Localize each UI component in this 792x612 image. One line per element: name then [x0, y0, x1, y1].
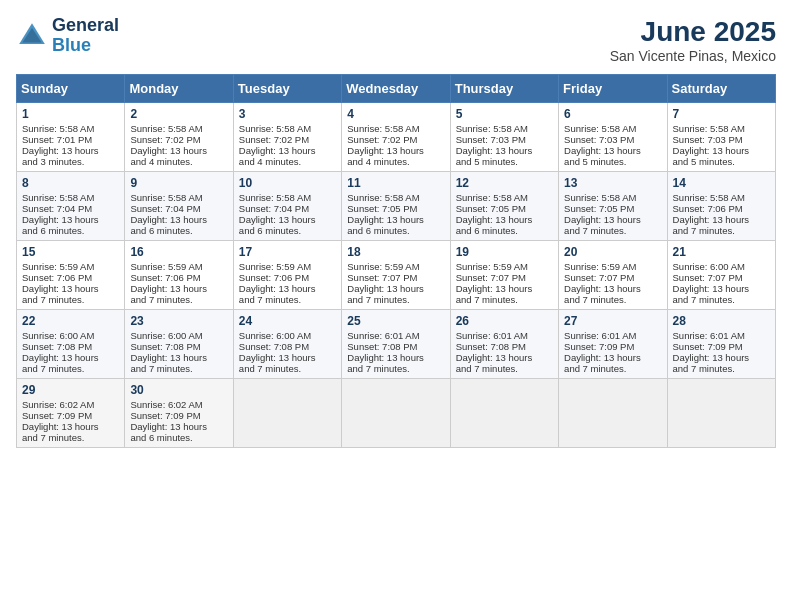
day-number: 20	[564, 245, 661, 259]
day-number: 10	[239, 176, 336, 190]
weekday-header: Saturday	[667, 75, 775, 103]
day-info: Sunrise: 5:58 AMSunset: 7:05 PMDaylight:…	[564, 192, 641, 236]
calendar-cell: 17Sunrise: 5:59 AMSunset: 7:06 PMDayligh…	[233, 241, 341, 310]
day-number: 1	[22, 107, 119, 121]
day-info: Sunrise: 6:01 AMSunset: 7:09 PMDaylight:…	[564, 330, 641, 374]
calendar-cell: 1Sunrise: 5:58 AMSunset: 7:01 PMDaylight…	[17, 103, 125, 172]
day-info: Sunrise: 5:58 AMSunset: 7:06 PMDaylight:…	[673, 192, 750, 236]
calendar-cell: 24Sunrise: 6:00 AMSunset: 7:08 PMDayligh…	[233, 310, 341, 379]
day-info: Sunrise: 5:59 AMSunset: 7:07 PMDaylight:…	[456, 261, 533, 305]
day-number: 3	[239, 107, 336, 121]
calendar-cell: 28Sunrise: 6:01 AMSunset: 7:09 PMDayligh…	[667, 310, 775, 379]
month-year-title: June 2025	[610, 16, 776, 48]
calendar-week-row: 8Sunrise: 5:58 AMSunset: 7:04 PMDaylight…	[17, 172, 776, 241]
day-number: 27	[564, 314, 661, 328]
calendar-cell: 19Sunrise: 5:59 AMSunset: 7:07 PMDayligh…	[450, 241, 558, 310]
day-info: Sunrise: 5:58 AMSunset: 7:04 PMDaylight:…	[239, 192, 316, 236]
weekday-header: Wednesday	[342, 75, 450, 103]
day-info: Sunrise: 6:00 AMSunset: 7:08 PMDaylight:…	[22, 330, 99, 374]
calendar-week-row: 29Sunrise: 6:02 AMSunset: 7:09 PMDayligh…	[17, 379, 776, 448]
day-number: 18	[347, 245, 444, 259]
calendar-week-row: 15Sunrise: 5:59 AMSunset: 7:06 PMDayligh…	[17, 241, 776, 310]
day-info: Sunrise: 5:59 AMSunset: 7:07 PMDaylight:…	[347, 261, 424, 305]
day-number: 30	[130, 383, 227, 397]
calendar-cell: 29Sunrise: 6:02 AMSunset: 7:09 PMDayligh…	[17, 379, 125, 448]
calendar-cell	[342, 379, 450, 448]
day-number: 9	[130, 176, 227, 190]
day-number: 11	[347, 176, 444, 190]
day-info: Sunrise: 6:02 AMSunset: 7:09 PMDaylight:…	[22, 399, 99, 443]
day-info: Sunrise: 5:59 AMSunset: 7:06 PMDaylight:…	[22, 261, 99, 305]
day-info: Sunrise: 5:58 AMSunset: 7:05 PMDaylight:…	[347, 192, 424, 236]
calendar-cell	[450, 379, 558, 448]
calendar-cell	[233, 379, 341, 448]
calendar-cell: 8Sunrise: 5:58 AMSunset: 7:04 PMDaylight…	[17, 172, 125, 241]
day-info: Sunrise: 6:02 AMSunset: 7:09 PMDaylight:…	[130, 399, 207, 443]
calendar-cell: 22Sunrise: 6:00 AMSunset: 7:08 PMDayligh…	[17, 310, 125, 379]
calendar-cell: 21Sunrise: 6:00 AMSunset: 7:07 PMDayligh…	[667, 241, 775, 310]
day-number: 17	[239, 245, 336, 259]
day-number: 14	[673, 176, 770, 190]
calendar-cell: 4Sunrise: 5:58 AMSunset: 7:02 PMDaylight…	[342, 103, 450, 172]
weekday-header: Sunday	[17, 75, 125, 103]
day-number: 21	[673, 245, 770, 259]
calendar-table: SundayMondayTuesdayWednesdayThursdayFrid…	[16, 74, 776, 448]
calendar-cell: 16Sunrise: 5:59 AMSunset: 7:06 PMDayligh…	[125, 241, 233, 310]
calendar-cell: 14Sunrise: 5:58 AMSunset: 7:06 PMDayligh…	[667, 172, 775, 241]
day-number: 19	[456, 245, 553, 259]
calendar-cell: 13Sunrise: 5:58 AMSunset: 7:05 PMDayligh…	[559, 172, 667, 241]
calendar-cell: 12Sunrise: 5:58 AMSunset: 7:05 PMDayligh…	[450, 172, 558, 241]
logo: General Blue	[16, 16, 119, 56]
calendar-week-row: 1Sunrise: 5:58 AMSunset: 7:01 PMDaylight…	[17, 103, 776, 172]
day-info: Sunrise: 5:58 AMSunset: 7:05 PMDaylight:…	[456, 192, 533, 236]
day-info: Sunrise: 5:58 AMSunset: 7:02 PMDaylight:…	[239, 123, 316, 167]
calendar-cell: 10Sunrise: 5:58 AMSunset: 7:04 PMDayligh…	[233, 172, 341, 241]
calendar-cell	[667, 379, 775, 448]
day-number: 5	[456, 107, 553, 121]
calendar-cell: 26Sunrise: 6:01 AMSunset: 7:08 PMDayligh…	[450, 310, 558, 379]
calendar-week-row: 22Sunrise: 6:00 AMSunset: 7:08 PMDayligh…	[17, 310, 776, 379]
day-number: 16	[130, 245, 227, 259]
day-info: Sunrise: 6:00 AMSunset: 7:08 PMDaylight:…	[130, 330, 207, 374]
weekday-header: Monday	[125, 75, 233, 103]
calendar-cell: 2Sunrise: 5:58 AMSunset: 7:02 PMDaylight…	[125, 103, 233, 172]
page-header: General Blue June 2025 San Vicente Pinas…	[16, 16, 776, 64]
calendar-cell: 27Sunrise: 6:01 AMSunset: 7:09 PMDayligh…	[559, 310, 667, 379]
weekday-header-row: SundayMondayTuesdayWednesdayThursdayFrid…	[17, 75, 776, 103]
calendar-cell: 3Sunrise: 5:58 AMSunset: 7:02 PMDaylight…	[233, 103, 341, 172]
day-number: 13	[564, 176, 661, 190]
calendar-cell	[559, 379, 667, 448]
day-info: Sunrise: 6:00 AMSunset: 7:07 PMDaylight:…	[673, 261, 750, 305]
day-number: 4	[347, 107, 444, 121]
day-number: 29	[22, 383, 119, 397]
logo-text: General Blue	[52, 16, 119, 56]
calendar-cell: 30Sunrise: 6:02 AMSunset: 7:09 PMDayligh…	[125, 379, 233, 448]
day-info: Sunrise: 6:00 AMSunset: 7:08 PMDaylight:…	[239, 330, 316, 374]
day-number: 25	[347, 314, 444, 328]
day-info: Sunrise: 6:01 AMSunset: 7:08 PMDaylight:…	[456, 330, 533, 374]
location-subtitle: San Vicente Pinas, Mexico	[610, 48, 776, 64]
day-number: 6	[564, 107, 661, 121]
day-info: Sunrise: 5:58 AMSunset: 7:03 PMDaylight:…	[673, 123, 750, 167]
logo-icon	[16, 20, 48, 52]
day-info: Sunrise: 5:59 AMSunset: 7:07 PMDaylight:…	[564, 261, 641, 305]
day-info: Sunrise: 5:58 AMSunset: 7:02 PMDaylight:…	[347, 123, 424, 167]
day-info: Sunrise: 5:59 AMSunset: 7:06 PMDaylight:…	[239, 261, 316, 305]
calendar-cell: 18Sunrise: 5:59 AMSunset: 7:07 PMDayligh…	[342, 241, 450, 310]
day-number: 28	[673, 314, 770, 328]
day-number: 2	[130, 107, 227, 121]
day-info: Sunrise: 5:58 AMSunset: 7:03 PMDaylight:…	[564, 123, 641, 167]
calendar-cell: 9Sunrise: 5:58 AMSunset: 7:04 PMDaylight…	[125, 172, 233, 241]
calendar-cell: 23Sunrise: 6:00 AMSunset: 7:08 PMDayligh…	[125, 310, 233, 379]
day-info: Sunrise: 5:58 AMSunset: 7:04 PMDaylight:…	[130, 192, 207, 236]
day-number: 24	[239, 314, 336, 328]
day-info: Sunrise: 5:59 AMSunset: 7:06 PMDaylight:…	[130, 261, 207, 305]
weekday-header: Friday	[559, 75, 667, 103]
day-number: 22	[22, 314, 119, 328]
calendar-cell: 15Sunrise: 5:59 AMSunset: 7:06 PMDayligh…	[17, 241, 125, 310]
day-number: 23	[130, 314, 227, 328]
day-info: Sunrise: 5:58 AMSunset: 7:01 PMDaylight:…	[22, 123, 99, 167]
day-number: 8	[22, 176, 119, 190]
calendar-cell: 6Sunrise: 5:58 AMSunset: 7:03 PMDaylight…	[559, 103, 667, 172]
calendar-cell: 25Sunrise: 6:01 AMSunset: 7:08 PMDayligh…	[342, 310, 450, 379]
